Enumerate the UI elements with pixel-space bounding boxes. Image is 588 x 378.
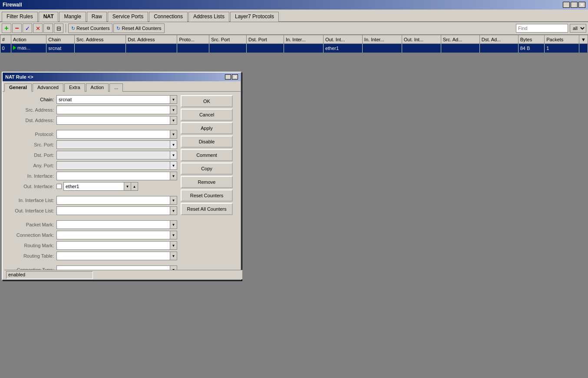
dst-port-dropdown-btn[interactable]: ▼: [170, 151, 177, 159]
src-address-row: Src. Address: ▼: [6, 106, 177, 114]
maximize-button[interactable]: □: [571, 2, 578, 8]
tab-service-ports[interactable]: Service Ports: [108, 12, 148, 22]
protocol-row: Protocol: ▼: [6, 130, 177, 139]
dst-port-wrapper: ▼: [56, 151, 177, 159]
routing-mark-input[interactable]: [56, 241, 170, 250]
copy-toolbar-button[interactable]: ⧉: [43, 23, 53, 33]
cancel-button[interactable]: Cancel: [181, 109, 233, 121]
protocol-dropdown-btn[interactable]: ▼: [170, 130, 177, 139]
chain-dropdown-btn[interactable]: ▼: [170, 95, 177, 104]
title-bar: Firewall _ □ ✕: [0, 0, 588, 10]
out-interface-list-dropdown-btn[interactable]: ▼: [170, 206, 177, 215]
dialog-tab-general[interactable]: General: [4, 83, 32, 92]
tab-nat[interactable]: NAT: [39, 12, 59, 22]
reset-counters-toolbar-button[interactable]: ↻ Reset Counters: [68, 23, 112, 33]
col-out-int: Out. Int...: [323, 35, 362, 44]
remove-button[interactable]: −: [12, 23, 22, 33]
in-interface-list-input[interactable]: [56, 196, 170, 205]
dst-address-dropdown-btn[interactable]: ▼: [170, 116, 177, 125]
reset-all-counters-button[interactable]: Reset All Counters: [181, 203, 233, 215]
copy-button[interactable]: Copy: [181, 162, 233, 175]
reset-all-counters-toolbar-button[interactable]: ↻ Reset All Counters: [113, 23, 164, 33]
protocol-wrapper: ▼: [56, 130, 177, 139]
routing-table-dropdown-btn[interactable]: ▼: [170, 252, 177, 260]
col-bytes: Bytes: [518, 35, 545, 44]
dialog-body: Chain: ▼ Src. Address: ▼ Dst.: [3, 92, 241, 279]
enable-button[interactable]: ✓: [23, 23, 32, 33]
cell-out-int: ether1: [323, 44, 362, 53]
dst-port-input[interactable]: [56, 151, 170, 159]
tab-mangle[interactable]: Mangle: [59, 12, 86, 22]
out-interface-input[interactable]: [63, 182, 124, 191]
reset-counters-button[interactable]: Reset Counters: [181, 189, 233, 202]
packet-mark-input[interactable]: [56, 220, 170, 229]
in-interface-wrapper: ▼: [56, 172, 177, 180]
remove-button[interactable]: Remove: [181, 176, 233, 188]
tab-layer7-protocols[interactable]: Layer7 Protocols: [230, 12, 279, 22]
out-interface-checkbox[interactable]: [56, 184, 62, 189]
disable-button[interactable]: ✕: [33, 23, 43, 33]
routing-mark-dropdown-btn[interactable]: ▼: [170, 241, 177, 250]
out-interface-dropdown-btn[interactable]: ▼: [124, 182, 131, 191]
src-address-input[interactable]: [56, 106, 170, 114]
disable-button[interactable]: Disable: [181, 136, 233, 148]
in-interface-dropdown-btn[interactable]: ▼: [170, 172, 177, 180]
cell-bytes: 84 B: [518, 44, 545, 53]
table-row[interactable]: 0 mas... srcnat: [0, 44, 588, 53]
toolbar: + − ✓ ✕ ⧉ ⊟ ↻ Reset Counters ↻ Reset All…: [0, 22, 588, 35]
ok-button[interactable]: OK: [181, 95, 233, 107]
connection-mark-label: Connection Mark:: [6, 232, 54, 238]
src-port-dropdown-btn[interactable]: ▼: [170, 140, 177, 149]
protocol-input[interactable]: [56, 130, 170, 139]
routing-table-input[interactable]: [56, 252, 170, 260]
any-port-dropdown-btn[interactable]: ▼: [170, 161, 177, 170]
dialog-tab-more[interactable]: ...: [109, 83, 123, 92]
out-interface-wrapper: ▼ ▲: [56, 182, 177, 191]
out-interface-up-btn[interactable]: ▲: [131, 182, 138, 191]
tab-filter-rules[interactable]: Filter Rules: [2, 12, 38, 22]
in-interface-input[interactable]: [56, 172, 170, 180]
any-port-input[interactable]: [56, 161, 170, 170]
find-input[interactable]: [516, 24, 568, 33]
dst-address-input[interactable]: [56, 116, 170, 125]
tab-address-lists[interactable]: Address Lists: [188, 12, 229, 22]
add-button[interactable]: +: [2, 23, 11, 33]
col-expand[interactable]: ▼: [579, 35, 588, 44]
src-address-label: Src. Address:: [6, 107, 54, 113]
col-dst-address: Dst. Address: [126, 35, 177, 44]
col-out-int2: Out. Int...: [402, 35, 441, 44]
apply-button[interactable]: Apply: [181, 122, 233, 134]
routing-table-wrapper: ▼: [56, 252, 177, 260]
cell-dst-port: [247, 44, 284, 53]
comment-button[interactable]: Comment: [181, 149, 233, 161]
tab-bar: Filter Rules NAT Mangle Raw Service Port…: [0, 10, 588, 22]
close-button[interactable]: ✕: [578, 2, 585, 8]
dialog-tab-bar: General Advanced Extra Action ...: [3, 81, 241, 92]
cell-src-address: [74, 44, 126, 53]
src-port-input[interactable]: [56, 140, 170, 149]
dialog-close-button[interactable]: ✕: [232, 74, 238, 80]
col-packets: Packets: [545, 35, 579, 44]
cell-in-inter2: [362, 44, 402, 53]
src-address-dropdown-btn[interactable]: ▼: [170, 106, 177, 114]
find-scope-select[interactable]: all: [570, 24, 586, 33]
dialog-tab-extra[interactable]: Extra: [64, 83, 85, 92]
col-src-port: Src. Port: [209, 35, 247, 44]
minimize-button[interactable]: _: [563, 2, 570, 8]
in-interface-list-dropdown-btn[interactable]: ▼: [170, 196, 177, 205]
chain-input[interactable]: [56, 95, 170, 104]
dialog-tab-action[interactable]: Action: [86, 83, 109, 92]
in-interface-label: In. Interface:: [6, 173, 54, 179]
tab-connections[interactable]: Connections: [149, 12, 188, 22]
packet-mark-dropdown-btn[interactable]: ▼: [170, 220, 177, 229]
dialog-restore-button[interactable]: □: [225, 74, 231, 80]
connection-mark-input[interactable]: [56, 231, 170, 239]
tab-raw[interactable]: Raw: [87, 12, 107, 22]
dialog-tab-advanced[interactable]: Advanced: [33, 83, 63, 92]
filter-button[interactable]: ⊟: [54, 23, 63, 33]
out-interface-list-input[interactable]: [56, 206, 170, 215]
connection-mark-dropdown-btn[interactable]: ▼: [170, 231, 177, 239]
protocol-label: Protocol:: [6, 132, 54, 137]
any-port-label: Any. Port:: [6, 163, 54, 168]
nat-table: # Action Chain Src. Address Dst. Address…: [0, 35, 588, 53]
